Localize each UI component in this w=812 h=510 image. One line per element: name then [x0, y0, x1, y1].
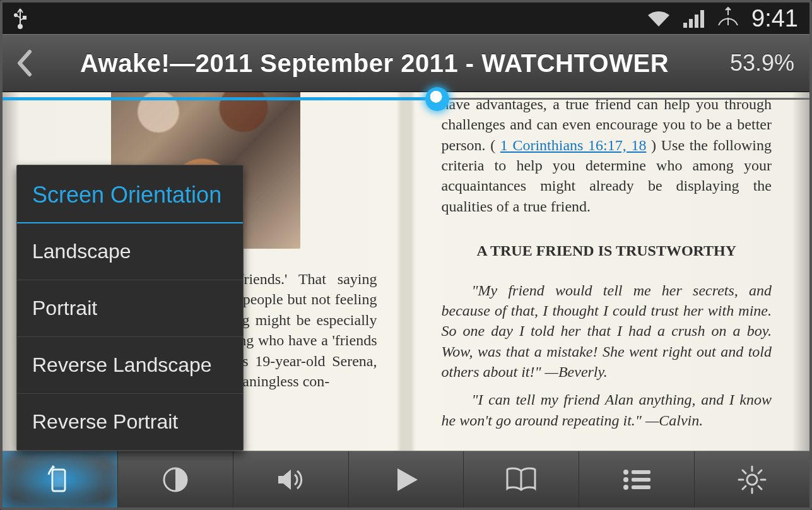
- android-status-bar: 9:41: [3, 3, 809, 34]
- svg-point-1: [15, 14, 17, 16]
- device-frame: 9:41 MANY people but have no friends.' T…: [0, 0, 812, 510]
- volume-icon: [274, 465, 307, 495]
- book-open-icon: [503, 466, 539, 494]
- svg-rect-16: [632, 478, 650, 482]
- status-time: 9:41: [751, 5, 798, 32]
- list-icon: [621, 467, 652, 492]
- status-left: [14, 8, 26, 29]
- popup-item-reverse-portrait[interactable]: Reverse Portrait: [17, 394, 243, 450]
- progress-slider[interactable]: [3, 92, 809, 105]
- status-right: 9:41: [645, 5, 798, 32]
- progress-percent: 53.9%: [702, 50, 809, 76]
- svg-rect-5: [695, 15, 698, 28]
- contrast-icon: [160, 465, 191, 495]
- popup-item-portrait[interactable]: Portrait: [17, 280, 243, 337]
- svg-marker-11: [397, 468, 418, 491]
- header-title: Awake!—2011 September 2011 - WATCHTOWER: [47, 49, 702, 78]
- svg-rect-3: [683, 23, 687, 28]
- svg-rect-6: [700, 10, 704, 28]
- gear-icon: [737, 465, 767, 495]
- quote-2: "I can tell my friend Alan anything, and…: [442, 389, 772, 430]
- svg-line-26: [758, 470, 762, 473]
- quote-1: "My friend would tell me her secrets, an…: [442, 280, 772, 382]
- svg-point-13: [623, 470, 628, 475]
- svg-rect-2: [23, 16, 26, 19]
- popup-title: Screen Orientation: [17, 165, 243, 223]
- svg-line-27: [743, 486, 746, 489]
- svg-line-25: [758, 486, 762, 489]
- svg-rect-14: [632, 470, 650, 474]
- popup-item-landscape[interactable]: Landscape: [17, 223, 243, 280]
- svg-line-24: [743, 470, 746, 473]
- svg-point-15: [623, 477, 628, 482]
- settings-button[interactable]: [695, 451, 809, 507]
- svg-rect-4: [689, 19, 693, 28]
- svg-point-19: [747, 475, 757, 485]
- popup-item-reverse-landscape[interactable]: Reverse Landscape: [17, 337, 243, 394]
- play-icon: [392, 465, 420, 495]
- svg-point-0: [18, 25, 22, 28]
- wifi-icon: [645, 9, 672, 28]
- orientation-button[interactable]: [3, 451, 118, 507]
- volume-button[interactable]: [233, 451, 349, 507]
- svg-rect-9: [55, 472, 62, 486]
- contrast-button[interactable]: [118, 451, 233, 507]
- svg-point-17: [623, 485, 628, 490]
- back-button[interactable]: [3, 49, 47, 77]
- bookmarks-button[interactable]: [464, 451, 579, 507]
- section-heading: A TRUE FRIEND IS TRUSTWORTHY: [442, 240, 772, 261]
- bottom-toolbar: [3, 451, 809, 507]
- progress-fill: [3, 97, 437, 100]
- svg-rect-18: [632, 485, 650, 489]
- reader-header: Awake!—2011 September 2011 - WATCHTOWER …: [3, 34, 809, 92]
- orientation-popup: Screen Orientation Landscape Portrait Re…: [16, 165, 244, 451]
- play-button[interactable]: [349, 451, 464, 507]
- contents-button[interactable]: [579, 451, 695, 507]
- usb-icon: [14, 8, 26, 29]
- orientation-icon: [44, 463, 76, 496]
- progress-thumb[interactable]: [425, 87, 449, 111]
- scripture-link[interactable]: 1 Corinthians 16:17, 18: [500, 137, 647, 153]
- battery-charging-icon: [716, 6, 740, 30]
- signal-icon: [683, 9, 705, 28]
